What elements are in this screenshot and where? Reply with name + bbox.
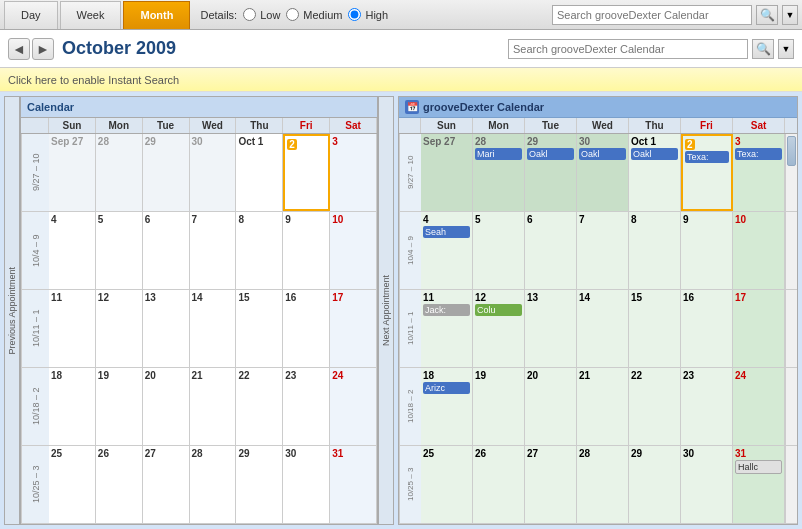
event-mari[interactable]: Mari bbox=[475, 148, 522, 160]
list-item[interactable]: 3 bbox=[330, 134, 377, 211]
list-item[interactable]: 30 bbox=[681, 446, 733, 523]
list-item[interactable]: 22 bbox=[236, 368, 283, 445]
event-oakl-3[interactable]: Oakl bbox=[631, 148, 678, 160]
event-texa-1[interactable]: Texa: bbox=[685, 151, 729, 163]
list-item[interactable]: 17 bbox=[733, 290, 785, 367]
list-item[interactable]: 13 bbox=[143, 290, 190, 367]
medium-radio[interactable] bbox=[286, 8, 299, 21]
list-item[interactable]: 23 bbox=[681, 368, 733, 445]
event-hallc[interactable]: Hallc bbox=[735, 460, 782, 474]
list-item[interactable]: 10 bbox=[330, 212, 377, 289]
list-item[interactable]: 18Arizc bbox=[421, 368, 473, 445]
list-item[interactable]: 27 bbox=[525, 446, 577, 523]
list-item[interactable]: 12Colu bbox=[473, 290, 525, 367]
high-radio-group[interactable]: High bbox=[348, 8, 388, 21]
event-colu[interactable]: Colu bbox=[475, 304, 522, 316]
scrollbar-thumb[interactable] bbox=[787, 136, 796, 166]
list-item[interactable]: 29 bbox=[236, 446, 283, 523]
list-item[interactable]: 2Texa: bbox=[681, 134, 733, 211]
event-texa-2[interactable]: Texa: bbox=[735, 148, 782, 160]
tab-week[interactable]: Week bbox=[60, 1, 122, 29]
list-item[interactable]: 14 bbox=[577, 290, 629, 367]
list-item[interactable]: 24 bbox=[330, 368, 377, 445]
list-item[interactable]: 31Hallc bbox=[733, 446, 785, 523]
list-item[interactable]: 2 bbox=[283, 134, 330, 211]
list-item[interactable]: 18 bbox=[49, 368, 96, 445]
list-item[interactable]: 29Oakl bbox=[525, 134, 577, 211]
list-item[interactable]: 8 bbox=[629, 212, 681, 289]
list-item[interactable]: 15 bbox=[629, 290, 681, 367]
list-item[interactable]: 25 bbox=[421, 446, 473, 523]
low-radio-group[interactable]: Low bbox=[243, 8, 280, 21]
tab-month[interactable]: Month bbox=[123, 1, 190, 29]
nav-search-button[interactable]: 🔍 bbox=[752, 39, 774, 59]
medium-radio-group[interactable]: Medium bbox=[286, 8, 342, 21]
next-appointment-sidebar[interactable]: Next Appointment bbox=[378, 96, 394, 525]
list-item[interactable]: Oct 1 bbox=[236, 134, 283, 211]
low-radio[interactable] bbox=[243, 8, 256, 21]
list-item[interactable]: 11 bbox=[49, 290, 96, 367]
next-month-button[interactable]: ► bbox=[32, 38, 54, 60]
list-item[interactable]: 4Seah bbox=[421, 212, 473, 289]
list-item[interactable]: 11Jack: bbox=[421, 290, 473, 367]
list-item[interactable]: 10 bbox=[733, 212, 785, 289]
list-item[interactable]: 8 bbox=[236, 212, 283, 289]
list-item[interactable]: Sep 27 bbox=[49, 134, 96, 211]
list-item[interactable]: 30Oakl bbox=[577, 134, 629, 211]
list-item[interactable]: Sep 27 bbox=[421, 134, 473, 211]
list-item[interactable]: 28 bbox=[190, 446, 237, 523]
list-item[interactable]: 29 bbox=[629, 446, 681, 523]
event-jack[interactable]: Jack: bbox=[423, 304, 470, 316]
nav-expand-button[interactable]: ▼ bbox=[778, 39, 794, 59]
list-item[interactable]: 6 bbox=[525, 212, 577, 289]
list-item[interactable]: 6 bbox=[143, 212, 190, 289]
list-item[interactable]: 20 bbox=[525, 368, 577, 445]
nav-search-input[interactable] bbox=[508, 39, 748, 59]
event-oakl-2[interactable]: Oakl bbox=[579, 148, 626, 160]
prev-month-button[interactable]: ◄ bbox=[8, 38, 30, 60]
event-seah[interactable]: Seah bbox=[423, 226, 470, 238]
list-item[interactable]: 27 bbox=[143, 446, 190, 523]
list-item[interactable]: 31 bbox=[330, 446, 377, 523]
expand-button[interactable]: ▼ bbox=[782, 5, 798, 25]
list-item[interactable]: 28 bbox=[577, 446, 629, 523]
list-item[interactable]: 25 bbox=[49, 446, 96, 523]
tab-day[interactable]: Day bbox=[4, 1, 58, 29]
list-item[interactable]: 28 bbox=[96, 134, 143, 211]
list-item[interactable]: 12 bbox=[96, 290, 143, 367]
list-item[interactable]: 28Mari bbox=[473, 134, 525, 211]
list-item[interactable]: 30 bbox=[283, 446, 330, 523]
list-item[interactable]: 16 bbox=[283, 290, 330, 367]
list-item[interactable]: 26 bbox=[473, 446, 525, 523]
event-oakl-1[interactable]: Oakl bbox=[527, 148, 574, 160]
list-item[interactable]: 29 bbox=[143, 134, 190, 211]
list-item[interactable]: 7 bbox=[577, 212, 629, 289]
list-item[interactable]: 13 bbox=[525, 290, 577, 367]
list-item[interactable]: 19 bbox=[473, 368, 525, 445]
search-notice[interactable]: Click here to enable Instant Search bbox=[0, 68, 802, 92]
list-item[interactable]: 26 bbox=[96, 446, 143, 523]
list-item[interactable]: 21 bbox=[190, 368, 237, 445]
list-item[interactable]: 19 bbox=[96, 368, 143, 445]
list-item[interactable]: 17 bbox=[330, 290, 377, 367]
list-item[interactable]: 15 bbox=[236, 290, 283, 367]
list-item[interactable]: 3Texa: bbox=[733, 134, 785, 211]
list-item[interactable]: 7 bbox=[190, 212, 237, 289]
list-item[interactable]: 20 bbox=[143, 368, 190, 445]
high-radio[interactable] bbox=[348, 8, 361, 21]
prev-appointment-sidebar[interactable]: Previous Appointment bbox=[4, 96, 20, 525]
list-item[interactable]: 30 bbox=[190, 134, 237, 211]
list-item[interactable]: 14 bbox=[190, 290, 237, 367]
list-item[interactable]: 16 bbox=[681, 290, 733, 367]
list-item[interactable]: 24 bbox=[733, 368, 785, 445]
list-item[interactable]: 5 bbox=[96, 212, 143, 289]
list-item[interactable]: 23 bbox=[283, 368, 330, 445]
list-item[interactable]: 9 bbox=[681, 212, 733, 289]
list-item[interactable]: 9 bbox=[283, 212, 330, 289]
list-item[interactable]: 21 bbox=[577, 368, 629, 445]
list-item[interactable]: 22 bbox=[629, 368, 681, 445]
list-item[interactable]: Oct 1Oakl bbox=[629, 134, 681, 211]
search-button[interactable]: 🔍 bbox=[756, 5, 778, 25]
list-item[interactable]: 4 bbox=[49, 212, 96, 289]
list-item[interactable]: 5 bbox=[473, 212, 525, 289]
